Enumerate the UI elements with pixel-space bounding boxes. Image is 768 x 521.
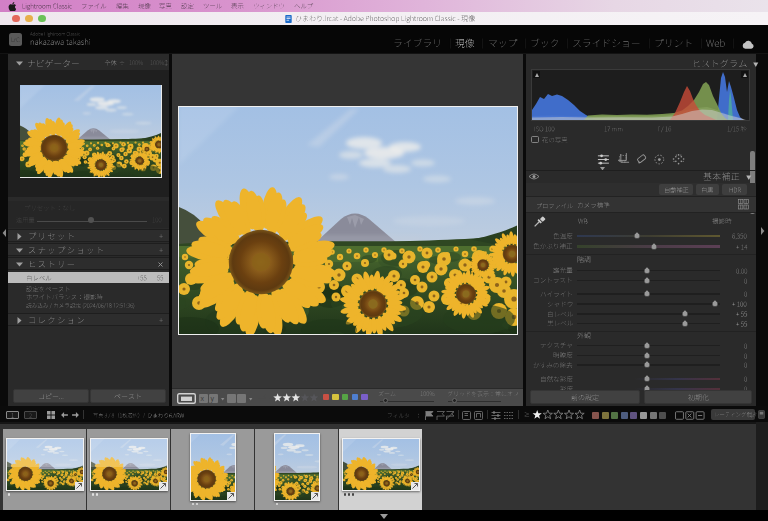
svg-text:y: y bbox=[211, 395, 215, 403]
svg-text:x: x bbox=[201, 395, 205, 402]
